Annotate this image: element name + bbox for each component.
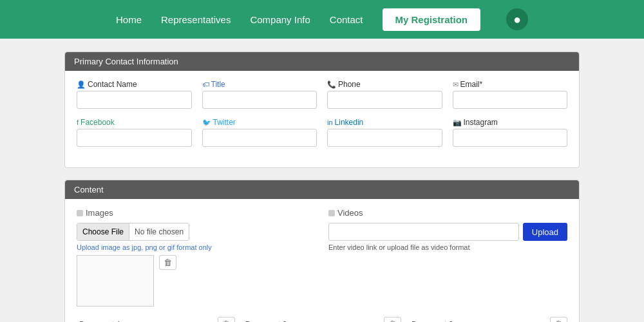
instagram-input[interactable]	[453, 129, 568, 147]
title-label: 🏷 Title	[202, 80, 317, 89]
contact-name-input[interactable]	[77, 91, 192, 109]
doc1-label-row: Document 1 🗑	[77, 317, 235, 322]
email-icon: ✉	[453, 80, 459, 89]
contact-name-group: 👤 Contact Name	[77, 80, 192, 109]
doc2-group: Document 2 🗑 Choose File No file chosen	[243, 317, 401, 322]
doc3-trash-icon: 🗑	[554, 319, 563, 322]
doc1-delete-button[interactable]: 🗑	[218, 317, 235, 322]
email-input[interactable]	[453, 91, 568, 109]
primary-contact-card: Primary Contact Information 👤 Contact Na…	[64, 52, 580, 168]
images-file-row: Choose File No file chosen	[77, 223, 316, 241]
content-body: Images Choose File No file chosen Upload…	[65, 199, 579, 322]
facebook-group: f Facebook	[77, 118, 192, 147]
contact-fields-row2: f Facebook 🐦 Twitter in Linkedin	[77, 118, 567, 147]
twitter-label: 🐦 Twitter	[202, 118, 317, 127]
doc2-delete-button[interactable]: 🗑	[384, 317, 401, 322]
primary-contact-body: 👤 Contact Name 🏷 Title 📞 Phone	[65, 71, 579, 167]
images-dot-icon	[77, 210, 83, 216]
doc3-label-row: Document 3 🗑	[409, 317, 567, 322]
twitter-input[interactable]	[202, 129, 317, 147]
nav-link-company-info[interactable]: Company Info	[250, 14, 310, 25]
doc2-label-row: Document 2 🗑	[243, 317, 401, 322]
video-input-row: Upload	[328, 223, 567, 241]
title-input[interactable]	[202, 91, 317, 109]
doc2-trash-icon: 🗑	[388, 319, 397, 322]
nav-link-home[interactable]: Home	[116, 14, 142, 25]
facebook-icon: f	[77, 118, 79, 126]
nav-link-contact[interactable]: Contact	[330, 14, 363, 25]
linkedin-group: in Linkedin	[327, 118, 442, 147]
instagram-icon: 📷	[453, 118, 462, 127]
doc1-group: Document 1 🗑 Choose File No file chosen	[77, 317, 235, 322]
videos-section-title: Videos	[328, 208, 567, 218]
image-preview-box	[77, 255, 154, 307]
avatar-icon[interactable]: ●	[506, 8, 528, 30]
twitter-icon: 🐦	[202, 118, 211, 127]
nav-link-representatives[interactable]: Representatives	[161, 14, 231, 25]
phone-input[interactable]	[327, 91, 442, 109]
videos-dot-icon	[328, 210, 335, 216]
title-group: 🏷 Title	[202, 80, 317, 109]
my-registration-button[interactable]: My Registration	[383, 8, 481, 31]
linkedin-icon: in	[327, 118, 333, 126]
image-file-input-wrapper: Choose File No file chosen	[77, 223, 189, 241]
video-url-input[interactable]	[328, 223, 519, 241]
phone-label: 📞 Phone	[327, 80, 442, 89]
email-label: ✉ Email*	[453, 80, 568, 89]
title-icon: 🏷	[202, 80, 209, 88]
contact-name-label: 👤 Contact Name	[77, 80, 192, 89]
images-section-title: Images	[77, 208, 316, 218]
avatar-symbol: ●	[513, 12, 521, 27]
contact-fields-row1: 👤 Contact Name 🏷 Title 📞 Phone	[77, 80, 567, 109]
contact-name-icon: 👤	[77, 80, 86, 89]
image-upload-hint: Upload image as jpg, png or gif format o…	[77, 243, 316, 251]
videos-column: Videos Upload Enter video link or upload…	[328, 208, 567, 307]
navbar: Home Representatives Company Info Contac…	[0, 0, 644, 39]
content-header: Content	[65, 180, 579, 199]
image-delete-button[interactable]: 🗑	[159, 255, 176, 270]
instagram-group: 📷 Instagram	[453, 118, 568, 147]
linkedin-input[interactable]	[327, 129, 442, 147]
content-two-col: Images Choose File No file chosen Upload…	[77, 208, 567, 307]
facebook-input[interactable]	[77, 129, 192, 147]
image-choose-file-button[interactable]: Choose File	[77, 223, 129, 240]
twitter-group: 🐦 Twitter	[202, 118, 317, 147]
content-card: Content Images Choose File No file chose…	[64, 180, 580, 322]
documents-row: Document 1 🗑 Choose File No file chosen	[77, 317, 567, 322]
phone-group: 📞 Phone	[327, 80, 442, 109]
video-upload-hint: Enter video link or upload file as video…	[328, 243, 567, 251]
doc3-label: Document 3	[409, 320, 453, 323]
image-preview-area: 🗑	[77, 255, 316, 307]
main-content: Primary Contact Information 👤 Contact Na…	[58, 52, 586, 322]
doc3-delete-button[interactable]: 🗑	[550, 317, 567, 322]
video-upload-button[interactable]: Upload	[523, 223, 567, 241]
image-trash-icon: 🗑	[164, 258, 172, 267]
linkedin-label: in Linkedin	[327, 118, 442, 127]
instagram-label: 📷 Instagram	[453, 118, 568, 127]
doc3-group: Document 3 🗑 Choose File No file chosen	[409, 317, 567, 322]
primary-contact-header: Primary Contact Information	[65, 52, 579, 71]
doc1-label: Document 1	[77, 320, 121, 323]
email-group: ✉ Email*	[453, 80, 568, 109]
images-column: Images Choose File No file chosen Upload…	[77, 208, 316, 307]
doc1-trash-icon: 🗑	[222, 319, 231, 322]
phone-icon: 📞	[327, 80, 336, 89]
facebook-label: f Facebook	[77, 118, 192, 127]
image-file-name: No file chosen	[129, 225, 189, 239]
doc2-label: Document 2	[243, 320, 287, 323]
